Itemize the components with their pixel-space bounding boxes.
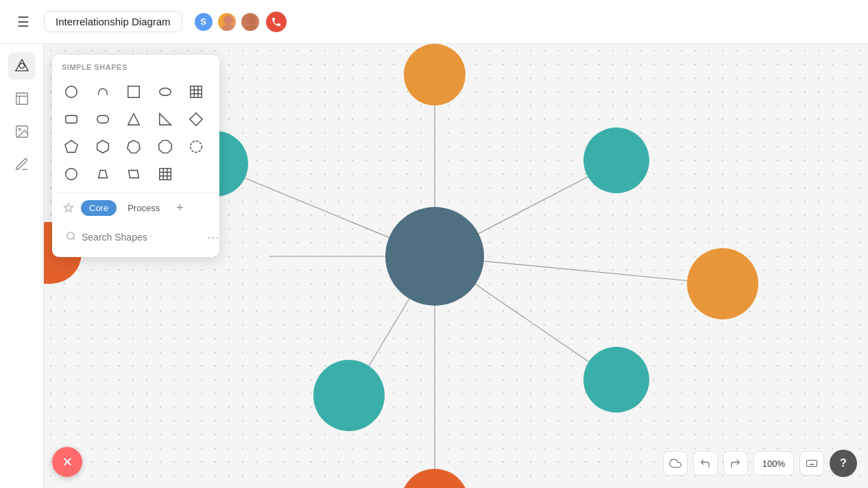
shape-circle-outline[interactable] [184,134,208,159]
node-bottom-right[interactable] [583,347,649,413]
shape-circle[interactable] [59,80,84,104]
shape-hexagon[interactable] [91,134,115,159]
zoom-level[interactable]: 100% [754,451,794,476]
svg-marker-31 [190,113,202,125]
svg-point-36 [191,141,202,153]
undo-button[interactable] [693,451,718,476]
keyboard-button[interactable] [799,451,824,476]
svg-point-0 [224,15,233,25]
sidebar-shapes-button[interactable] [8,52,36,80]
svg-rect-40 [160,169,171,180]
help-button[interactable]: ? [830,450,857,477]
shape-ellipse[interactable] [153,80,178,104]
shape-right-triangle[interactable] [153,107,178,132]
svg-marker-29 [128,114,140,125]
shape-arc[interactable] [91,80,115,104]
shapes-grid [52,77,219,189]
bottom-bar: 100% ? [663,450,857,477]
svg-marker-32 [65,141,77,152]
svg-point-37 [66,169,77,180]
menu-button[interactable]: ☰ [11,10,36,34]
svg-rect-20 [128,86,140,98]
shape-octagon[interactable] [153,134,178,159]
svg-marker-4 [15,60,27,71]
node-bottom-left[interactable] [313,360,385,431]
fab-icon: + [56,451,77,472]
svg-rect-28 [97,116,108,123]
svg-rect-27 [66,116,77,123]
sidebar-image-button[interactable] [8,118,36,145]
node-top[interactable] [404,44,466,106]
svg-rect-22 [191,86,202,98]
svg-rect-6 [16,93,27,105]
svg-marker-30 [160,114,171,125]
shape-rounded-square[interactable] [91,107,115,132]
search-shapes-input[interactable] [82,232,202,243]
redo-button[interactable] [723,451,748,476]
shape-triangle[interactable] [121,107,146,132]
svg-line-47 [73,238,75,240]
svg-point-10 [19,128,21,130]
avatar-3 [240,12,261,32]
topbar: ☰ Interrelationship Diagram S [0,0,868,44]
svg-rect-48 [807,461,817,467]
tab-process[interactable]: Process [119,200,168,216]
svg-marker-33 [97,141,108,153]
svg-point-1 [221,25,235,32]
node-bottom[interactable] [400,469,469,488]
shape-diamond[interactable] [184,107,208,132]
sidebar-sketch-button[interactable] [8,151,36,178]
search-more-button[interactable]: ⋯ [207,230,219,245]
avatar-s: S [193,12,214,32]
shape-table[interactable] [184,80,208,104]
shapes-search-bar: ⋯ [59,225,213,249]
svg-marker-38 [98,171,107,178]
diagram-title[interactable]: Interrelationship Diagram [44,11,182,32]
collaborators: S [193,12,287,32]
menu-icon: ☰ [17,14,29,30]
shape-pentagon[interactable] [59,134,84,159]
svg-marker-45 [64,203,73,212]
fab-button[interactable]: + [52,447,82,477]
shape-heptagon[interactable] [121,134,146,159]
sidebar-frame-button[interactable] [8,85,36,112]
shape-square[interactable] [121,80,146,104]
tab-core[interactable]: Core [81,200,117,216]
svg-point-19 [66,86,77,98]
shapes-tabs: Core Process + [52,192,219,223]
shapes-panel-header: Simple Shapes [52,55,219,77]
avatar-2 [217,12,237,32]
tab-star-icon [59,198,78,217]
search-icon [66,231,76,243]
svg-point-3 [245,25,258,32]
svg-point-2 [247,15,256,25]
shape-trapezoid[interactable] [91,162,115,186]
node-top-right[interactable] [583,127,649,193]
svg-point-46 [67,232,74,239]
shape-grid[interactable] [153,162,178,186]
tab-add-button[interactable]: + [171,199,189,217]
svg-point-5 [19,63,24,68]
svg-point-21 [160,88,171,96]
svg-marker-34 [128,141,140,153]
shapes-panel: Simple Shapes [52,55,219,257]
shape-circle-small[interactable] [59,162,84,186]
left-sidebar [0,44,44,488]
node-center[interactable] [385,207,484,306]
shape-parallelogram[interactable] [121,162,146,186]
call-button[interactable] [266,12,287,32]
save-cloud-button[interactable] [663,451,688,476]
svg-marker-35 [159,141,171,153]
shape-rounded-rect[interactable] [59,107,84,132]
svg-marker-39 [129,171,139,178]
node-right[interactable] [687,248,758,319]
